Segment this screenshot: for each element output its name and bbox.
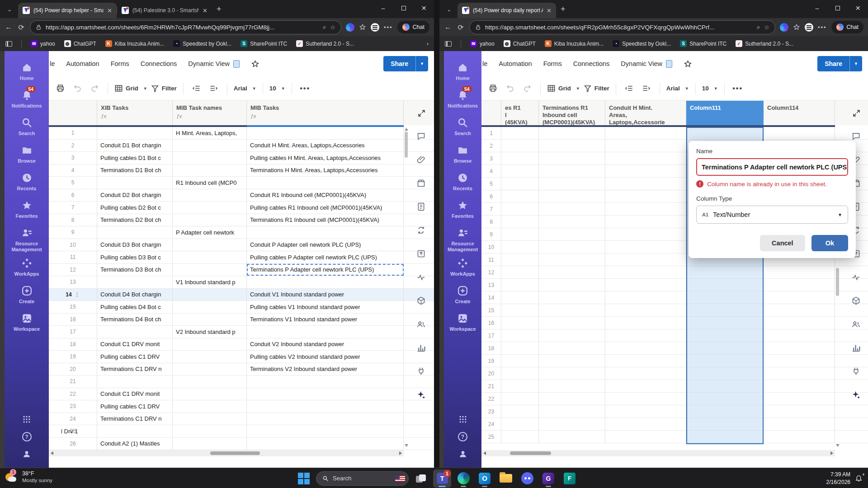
- cell[interactable]: [605, 152, 686, 164]
- sidebar-item-workspace[interactable]: Workspace: [5, 313, 49, 335]
- row-number[interactable]: 22: [481, 393, 501, 405]
- cell[interactable]: [173, 239, 247, 251]
- cell[interactable]: Terminations C1 DRV n: [97, 363, 173, 375]
- tab-search-chevron-icon[interactable]: ⌄: [443, 4, 455, 15]
- grid-row[interactable]: 19: [481, 355, 868, 367]
- row-number-header[interactable]: [49, 101, 97, 125]
- cancel-button[interactable]: Cancel: [760, 235, 805, 251]
- grid-row[interactable]: 14: [481, 291, 868, 304]
- apps-grid-icon[interactable]: [458, 415, 467, 424]
- tab-power-drop-helper[interactable]: (54) Power drop helper - Smartshe ✕: [18, 3, 117, 18]
- column-header-conduit-h-mint-[interactable]: Conduit H Mint.Areas,Laptops,Accessorie: [605, 101, 686, 125]
- sidebar-item-home[interactable]: Home: [5, 62, 49, 84]
- file-explorer-button[interactable]: [497, 469, 515, 488]
- refresh-icon[interactable]: ⟳: [457, 23, 465, 32]
- cell[interactable]: Conduit A2 (1) Mastles: [97, 438, 173, 450]
- grid-row[interactable]: 12Terminations D3 Bot chTerminations P A…: [49, 264, 434, 277]
- cell[interactable]: [501, 228, 539, 240]
- menu-forms[interactable]: Forms: [543, 60, 562, 67]
- cell[interactable]: [539, 342, 605, 354]
- sidebar-item-create[interactable]: Create: [5, 285, 49, 307]
- vertical-scrollbar[interactable]: [404, 127, 408, 158]
- row-number[interactable]: 13: [481, 279, 501, 291]
- cell[interactable]: [501, 329, 539, 342]
- cell[interactable]: [605, 393, 686, 405]
- grid-row[interactable]: 21: [481, 380, 868, 393]
- menu-automation[interactable]: Automation: [66, 60, 99, 67]
- horizontal-scrollbar[interactable]: [481, 450, 835, 456]
- bookmarks-overflow-icon[interactable]: ›: [427, 41, 429, 47]
- cell[interactable]: [764, 418, 835, 430]
- help-icon[interactable]: ?: [22, 432, 32, 441]
- cell[interactable]: [686, 127, 764, 139]
- cell[interactable]: [173, 140, 247, 152]
- cell[interactable]: [501, 393, 539, 405]
- cell[interactable]: Terminations R1 Inbound cell (MCP0001)(4…: [247, 214, 404, 226]
- cell[interactable]: [764, 317, 835, 329]
- bookmark-item[interactable]: KKiba Inuzuka Anim...: [105, 40, 164, 47]
- star-badge-icon[interactable]: [251, 60, 259, 68]
- print-icon[interactable]: [53, 82, 67, 95]
- cell[interactable]: Pulling cables D1 Bot c: [97, 152, 173, 164]
- cell[interactable]: [605, 304, 686, 316]
- cell[interactable]: [97, 276, 173, 288]
- cell[interactable]: Conduit C1 DRV monit: [97, 338, 173, 351]
- row-number[interactable]: 10: [49, 239, 97, 251]
- discord-app-button[interactable]: [518, 469, 536, 488]
- cell[interactable]: [501, 253, 539, 266]
- browser-more-icon[interactable]: •••: [818, 24, 827, 31]
- filter-button[interactable]: Filter: [151, 84, 177, 93]
- favorites-bar-icon[interactable]: [359, 23, 366, 31]
- cell[interactable]: [539, 140, 605, 152]
- expand-sheet-icon[interactable]: [852, 109, 861, 117]
- cell[interactable]: [764, 393, 835, 405]
- grid-row[interactable]: 18: [481, 342, 868, 355]
- help-icon[interactable]: ?: [458, 432, 467, 441]
- menu-automation[interactable]: Automation: [499, 60, 532, 67]
- edge-app-button[interactable]: [454, 469, 472, 488]
- row-number[interactable]: 18: [481, 342, 501, 354]
- refresh-icon[interactable]: ⟳: [17, 23, 25, 32]
- view-selector[interactable]: Grid▼: [114, 84, 147, 93]
- row-number[interactable]: 2: [481, 140, 501, 152]
- outlook-app-button[interactable]: O: [476, 469, 494, 488]
- sidebar-item-notifications[interactable]: 54Notifications: [5, 89, 49, 112]
- bookmark-item[interactable]: ✉yahoo: [470, 40, 495, 47]
- row-number[interactable]: 3: [481, 152, 501, 164]
- cell[interactable]: [173, 363, 247, 375]
- row-number[interactable]: 7: [481, 203, 501, 215]
- g-app-button[interactable]: G: [539, 469, 557, 488]
- cell[interactable]: [605, 127, 686, 139]
- cell[interactable]: Terminations V2 Inbound standard power: [247, 363, 404, 375]
- cell[interactable]: [539, 228, 605, 240]
- tab-palestine[interactable]: (54) Palestine 3.0 - Smartsheet.con ✕: [117, 3, 212, 18]
- cell[interactable]: P Adapter cell newtork: [173, 226, 247, 239]
- cell[interactable]: Pulling cables R1 Inbound cell (MCP0001)…: [247, 202, 404, 214]
- cell[interactable]: [686, 418, 764, 430]
- address-bar[interactable]: https://app.smartsheet.com/sheets/6Rm2HR…: [30, 20, 341, 34]
- cell[interactable]: Conduit H Mint. Areas, Laptops,Accessori…: [247, 140, 404, 152]
- grid-row[interactable]: 17: [481, 329, 868, 342]
- column-header-mib-task-names[interactable]: MIB Task namesƒx: [173, 101, 247, 125]
- cell[interactable]: Pulling cables V2 Inbound standard power: [247, 351, 404, 363]
- sidebar-item-search[interactable]: Search: [444, 117, 481, 139]
- connections-icon[interactable]: [851, 366, 861, 376]
- cell[interactable]: [173, 214, 247, 226]
- row-number[interactable]: 15: [49, 301, 97, 313]
- cell[interactable]: [605, 342, 686, 354]
- cell[interactable]: [539, 152, 605, 164]
- tab-close-icon[interactable]: ✕: [547, 7, 552, 14]
- cell[interactable]: [686, 329, 764, 342]
- star-badge-icon[interactable]: [684, 60, 692, 68]
- column-type-select[interactable]: A1 Text/Number ▼: [696, 206, 848, 224]
- cell[interactable]: V1 Inbound standard p: [173, 276, 247, 288]
- cell[interactable]: [605, 241, 686, 253]
- row-number[interactable]: 5: [481, 178, 501, 190]
- grid-row[interactable]: 10Conduit D3 Bot charginConduit P Adapte…: [49, 239, 434, 252]
- outdent-icon[interactable]: [190, 82, 203, 95]
- grid-row[interactable]: 12: [481, 266, 868, 279]
- scroll-thumb[interactable]: [510, 451, 551, 455]
- cell[interactable]: [501, 367, 539, 380]
- cell[interactable]: [686, 393, 764, 405]
- sidebar-item-home[interactable]: Home: [444, 62, 481, 84]
